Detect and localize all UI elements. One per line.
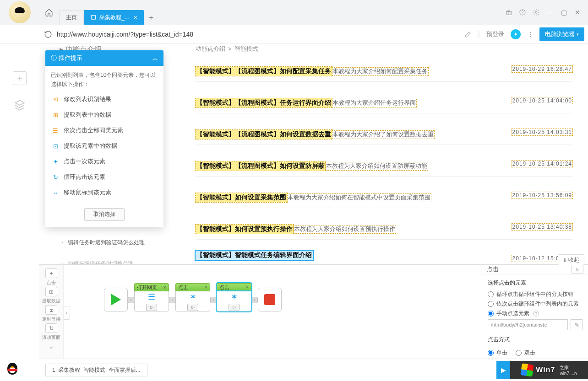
cancel-selection-button[interactable]: 取消选择 — [84, 208, 125, 221]
minimize-icon[interactable]: — — [546, 8, 554, 16]
flow-node-open[interactable]: 打开网页× ☰▷ — [134, 283, 169, 311]
svg-point-3 — [535, 11, 537, 13]
article-row: 【智能模式】【流程图模式】任务运行界面介绍2019-10-25 14:04:00… — [196, 93, 572, 113]
flow-tool-rail: ✦点击 ⊞提取数据 ⧗定时等待 ⇅滚动页面 ⌄ › — [39, 265, 64, 359]
hint-item[interactable]: ⊡提取该元素中的数据 — [45, 139, 163, 154]
qq-icon[interactable] — [7, 363, 19, 376]
props-section-label: 选择点击的元素 — [488, 279, 583, 287]
radio-loop-pager[interactable]: 循环点击循环组件中的分页按钮 — [488, 290, 583, 298]
address-bar: | 预登录 ✦ ⋮ 电脑浏览器▾ — [0, 25, 588, 44]
tool-extract[interactable]: ⊞提取数据 — [42, 287, 60, 304]
article-title[interactable]: 【智能模式】【流程图模式】如何设置防屏蔽 — [196, 161, 326, 171]
tab-active[interactable]: 采集教程_... × — [84, 10, 144, 25]
crumb-link[interactable]: 智能模式 — [234, 45, 258, 52]
hint-item[interactable]: ✦点击一次该元素 — [45, 154, 163, 170]
close-icon[interactable]: ✕ — [573, 8, 582, 16]
tool-scroll[interactable]: ⇅滚动页面 — [42, 323, 60, 341]
popover-subtitle: 已识别到列表，包含10个同类元素，您可以选择以下操作： — [45, 66, 163, 91]
article-title[interactable]: 【智能模式】【流程图模式】任务运行界面介绍 — [196, 98, 332, 107]
radio-manual[interactable]: 手动点选元素? — [488, 310, 583, 317]
browser-btn-label: 电脑浏览器 — [545, 30, 575, 38]
refresh-icon[interactable] — [44, 30, 52, 38]
hint-item[interactable]: ⟲修改列表识别结果 — [45, 92, 163, 107]
hint-item[interactable]: ↔移动鼠标到该元素 — [45, 185, 163, 201]
radio-single-click[interactable]: 单击 — [488, 349, 507, 357]
collapse-popover-icon[interactable]: ︽ — [152, 54, 158, 62]
article-row: 【智能模式】【流程图模式】如何设置数据去重2019-10-25 14:03:31… — [196, 124, 572, 145]
rail-new-icon[interactable]: ＋ — [13, 71, 27, 85]
article-title[interactable]: 【智能模式】智能模式任务编辑界面介绍 — [196, 251, 313, 260]
collapse-panel-button[interactable]: ⇊收起 — [558, 254, 584, 265]
hint-item[interactable]: ⊞提取列表中的数据 — [45, 107, 163, 123]
article-desc: 本教程为大家介绍如何配置采集任务 — [332, 68, 428, 75]
popover-title: 操作提示 — [59, 54, 82, 62]
footer-task-tab[interactable]: 1. 采集教程_智能模式_全面掌握后... — [45, 364, 147, 376]
radio-loop-list[interactable]: 依次点击循环组件中列表内的元素 — [488, 300, 583, 308]
help-icon[interactable] — [518, 8, 527, 16]
article-desc: 本教程为大家介绍如何设置防屏蔽功能 — [326, 162, 428, 170]
run-button[interactable]: ▶ — [496, 361, 510, 379]
edit-icon[interactable] — [464, 31, 472, 38]
prelogin-link[interactable]: 预登录 — [486, 30, 504, 38]
window-controls: — ▢ ✕ — [498, 0, 588, 25]
tool-click[interactable]: ✦点击 — [45, 268, 57, 286]
article-date: 2019-10-25 14:03:31 — [512, 129, 572, 135]
app-avatar — [0, 0, 39, 25]
new-tab-button[interactable]: ＋ — [144, 10, 158, 25]
flow-node-click-2[interactable]: 点击× ✶▷ — [217, 283, 251, 311]
tool-wait[interactable]: ⧗定时等待 — [42, 305, 60, 322]
popover-header[interactable]: ⓘ 操作提示 ︽ — [45, 50, 163, 66]
gift-icon[interactable] — [505, 8, 513, 16]
article-row: 【智能模式】如何设置采集范围2019-10-25 13:56:09本教程为大家介… — [196, 188, 572, 208]
footer-bar: 1. 采集教程_智能模式_全面掌握后... ▶ Win7之家win7....n — [39, 359, 588, 381]
article-desc: 本教程为大家介绍如何设置预执行操作 — [294, 225, 396, 233]
article-row: 【智能模式】【流程图模式】如何配置采集任务2019-10-29 16:28:47… — [196, 61, 572, 82]
svg-rect-0 — [91, 16, 95, 19]
tab-label: 主页 — [66, 14, 77, 21]
action-hints-popover: ⓘ 操作提示 ︽ 已识别到列表，包含10个同类元素，您可以选择以下操作： ⟲修改… — [45, 50, 163, 227]
article-date: 2019-10-25 13:40:38 — [512, 224, 572, 230]
xpath-input[interactable] — [488, 319, 568, 330]
flow-end-node[interactable] — [258, 288, 282, 311]
article-date: 2019-10-29 16:28:47 — [512, 66, 572, 72]
left-column: ▸ 功能点介绍 ⓘ 操作提示 ︽ 已识别到列表，包含10个同类元素，您可以选择以… — [39, 44, 176, 263]
hint-item[interactable]: ↻循环点击该元素 — [45, 170, 163, 185]
more-menu-icon[interactable]: ⋮ — [527, 31, 533, 38]
flow-node-click-1[interactable]: 点击× ✶▷ — [175, 283, 210, 311]
article-row: 【智能模式】如何设置预执行操作2019-10-25 13:40:38本教程为大家… — [196, 219, 572, 240]
article-title[interactable]: 【智能模式】【流程图模式】如何配置采集任务 — [196, 67, 332, 76]
tab-home[interactable]: 主页 — [59, 10, 84, 25]
article-date: 2019-10-25 14:01:24 — [512, 161, 572, 167]
window-icon — [90, 14, 97, 21]
maximize-icon[interactable]: ▢ — [560, 8, 568, 16]
home-icon[interactable] — [39, 0, 59, 25]
info-icon: ⓘ — [51, 54, 59, 62]
article-desc: 本教程为大家介绍了如何设置数据去重 — [332, 131, 434, 139]
article-title[interactable]: 【智能模式】【流程图模式】如何设置数据去重 — [196, 130, 332, 139]
article-title[interactable]: 【智能模式】如何设置预执行操作 — [196, 225, 294, 234]
assist-icon[interactable]: ✦ — [511, 29, 521, 39]
more-tools-icon[interactable]: ⌄ — [49, 343, 54, 350]
breadcrumb: 功能点介绍>智能模式 — [196, 45, 572, 53]
flow-panel: ✦点击 ⊞提取数据 ⧗定时等待 ⇅滚动页面 ⌄ › › 打开网页× ☰▷ › 点… — [39, 264, 588, 359]
rail-layers-icon[interactable] — [13, 98, 27, 112]
left-rail: ＋ — [0, 44, 39, 112]
hint-item[interactable]: ☰依次点击全部同类元素 — [45, 123, 163, 139]
tab-label: 采集教程_... — [99, 14, 129, 21]
run-step-icon[interactable]: ▷ — [572, 265, 583, 274]
crumb-link[interactable]: 功能点介绍 — [196, 45, 225, 52]
watermark: Win7之家win7....n — [510, 361, 588, 379]
flow-start-node[interactable] — [104, 288, 128, 311]
properties-panel: 点击 ▷ 选择点击的元素 循环点击循环组件中的分页按钮 依次点击循环组件中列表内… — [482, 265, 588, 359]
sidebar-item[interactable]: 编辑任务时遇到验证码怎么处理 — [62, 237, 171, 248]
settings-icon[interactable] — [532, 8, 540, 16]
radio-double-click[interactable]: 双击 — [516, 349, 535, 357]
url-input[interactable] — [57, 28, 460, 41]
close-tab-icon[interactable]: × — [134, 14, 137, 21]
article-title[interactable]: 【智能模式】如何设置采集范围 — [196, 193, 287, 202]
page: ▸ 功能点介绍 ⓘ 操作提示 ︽ 已识别到列表，包含10个同类元素，您可以选择以… — [39, 44, 588, 263]
browser-select-button[interactable]: 电脑浏览器▾ — [539, 27, 584, 41]
flow-canvas[interactable]: › 打开网页× ☰▷ › 点击× ✶▷ › 点击× ✶▷ › — [64, 265, 482, 359]
xpath-edit-button[interactable]: ✎ — [571, 319, 583, 330]
article-row: 【智能模式】智能模式任务编辑界面介绍2019-10-12 15:06:24 — [196, 251, 572, 260]
